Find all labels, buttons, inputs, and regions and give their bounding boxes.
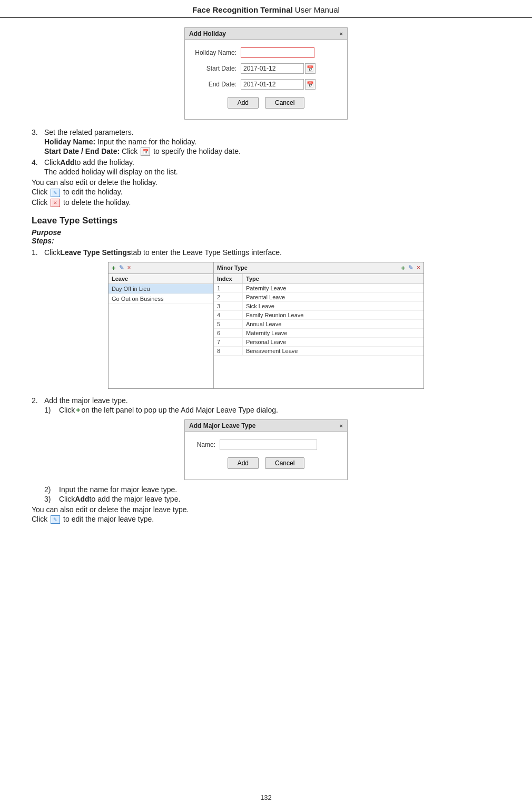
click-edit-line: Click ✎ to edit the holiday.: [32, 188, 500, 197]
right-row-3: 3 Sick Leave: [214, 302, 423, 311]
major-dialog-title: Add Major Leave Type: [189, 422, 255, 429]
left-edit-icon[interactable]: ✎: [119, 264, 124, 271]
calendar-icon: 📅: [141, 148, 150, 156]
step-4-add-bold: Add: [60, 158, 74, 167]
holiday-name-desc: Holiday Name: Input the name for the hol…: [44, 138, 500, 146]
cell-type-4: Family Reunion Leave: [243, 311, 423, 319]
sub-step-2: 2) Input the name for major leave type.: [44, 485, 500, 494]
close-icon[interactable]: ×: [340, 31, 343, 37]
holiday-name-row: Holiday Name:: [193, 47, 339, 58]
sub-step-2-number: 2): [44, 485, 59, 494]
start-date-label: Start Date:: [193, 65, 241, 72]
page-header: Face Recognition Terminal User Manual: [0, 0, 532, 18]
click-major-edit-pre: Click: [32, 515, 50, 523]
start-end-desc: Start Date / End Date: Click 📅 to specif…: [44, 147, 500, 156]
section-heading: Leave Type Settings: [32, 216, 500, 226]
start-end-bold: Start Date / End Date:: [44, 147, 120, 155]
leave-step-1-pre: Click: [44, 248, 60, 257]
right-delete-icon[interactable]: ×: [417, 264, 420, 271]
right-row-8: 8 Bereavement Leave: [214, 347, 423, 356]
leave-step-1-post: tab to enter the Leave Type Settings int…: [131, 248, 282, 257]
click-major-edit-post: to edit the major leave type.: [61, 515, 154, 523]
header-title-bold: Face Recognition Terminal: [192, 5, 293, 14]
col-type-header: Type: [243, 274, 423, 283]
right-panel-header: Index Type: [214, 274, 423, 284]
dialog-title: Add Holiday: [189, 30, 226, 37]
add-holiday-button[interactable]: Add: [228, 97, 259, 109]
leave-right-panel: Minor Type + ✎ × Index Type 1 Paternity: [214, 262, 423, 388]
cell-type-7: Personal Leave: [243, 338, 423, 346]
click-edit-pre: Click: [32, 188, 50, 196]
cell-type-5: Annual Leave: [243, 320, 423, 328]
sub-step-3-pre: Click: [59, 495, 75, 503]
page-footer: 132: [0, 787, 532, 807]
holiday-name-bold: Holiday Name:: [44, 138, 95, 146]
right-panel-title-label: Minor Type: [217, 265, 398, 271]
left-add-icon[interactable]: +: [112, 264, 116, 272]
cell-index-4: 4: [214, 311, 243, 319]
sub-step-1-number: 1): [44, 406, 59, 414]
leave-step-2-text: Add the major leave type.: [44, 396, 128, 405]
right-edit-icon[interactable]: ✎: [408, 264, 413, 271]
right-add-icon[interactable]: +: [401, 264, 405, 272]
holiday-name-input[interactable]: [241, 47, 314, 58]
step-4-indent: The added holiday will display on the li…: [44, 168, 500, 176]
leave-step-2: 2. Add the major leave type.: [32, 396, 500, 405]
sub-step-1-post: on the left panel to pop up the Add Majo…: [82, 406, 278, 414]
major-close-icon[interactable]: ×: [340, 423, 343, 429]
start-end-desc2: to specify the holiday date.: [151, 147, 241, 155]
start-end-desc-text: Click: [120, 147, 140, 155]
cell-index-5: 5: [214, 320, 243, 328]
leave-type-table: + ✎ × Leave Day Off in Lieu Go Out on Bu…: [108, 262, 424, 389]
end-date-row: End Date: 2017-01-12 📅: [193, 79, 339, 90]
major-dialog-buttons: Add Cancel: [193, 457, 339, 474]
leave-step-2-number: 2.: [32, 396, 44, 405]
dialog-titlebar: Add Holiday ×: [185, 28, 347, 40]
major-name-label: Name:: [193, 441, 220, 448]
step-3-text: Set the related parameters.: [44, 128, 134, 136]
leave-step-1-number: 1.: [32, 248, 44, 257]
leave-step-1-bold: Leave Type Settings: [60, 248, 131, 257]
leave-left-panel: + ✎ × Leave Day Off in Lieu Go Out on Bu…: [109, 262, 214, 388]
sub-step-3: 3) Click Add to add the major leave type…: [44, 495, 500, 503]
click-delete-line: Click ✕ to delete the holiday.: [32, 198, 500, 207]
click-delete-pre: Click: [32, 198, 50, 207]
sub-step-3-number: 3): [44, 495, 59, 503]
right-row-1: 1 Paternity Leave: [214, 284, 423, 293]
end-date-label: End Date:: [193, 81, 241, 88]
holiday-name-label: Holiday Name:: [193, 49, 241, 56]
step-3-number: 3.: [32, 128, 44, 136]
cancel-holiday-button[interactable]: Cancel: [265, 97, 304, 109]
add-holiday-dialog: Add Holiday × Holiday Name: Start Date: …: [184, 27, 348, 120]
col-index-header: Index: [214, 274, 243, 283]
add-major-button[interactable]: Add: [228, 457, 259, 469]
left-panel-toolbar: + ✎ ×: [109, 262, 213, 274]
left-panel-empty: [109, 304, 213, 388]
cancel-major-button[interactable]: Cancel: [265, 457, 304, 469]
left-delete-icon[interactable]: ×: [127, 264, 131, 271]
cell-index-8: 8: [214, 347, 243, 355]
left-col-header: Leave: [109, 274, 213, 284]
page-number: 132: [260, 794, 272, 801]
end-date-calendar-icon[interactable]: 📅: [305, 79, 316, 90]
right-minor-toolbar: + ✎ ×: [401, 264, 420, 272]
major-name-row: Name:: [193, 439, 339, 450]
major-dialog-titlebar: Add Major Leave Type ×: [185, 420, 347, 432]
delete-icon: ✕: [51, 199, 60, 207]
left-row-2[interactable]: Go Out on Business: [109, 294, 213, 304]
steps-label: Steps:: [32, 237, 500, 245]
sub-step-3-post: to add the major leave type.: [90, 495, 181, 503]
click-edit-post: to edit the holiday.: [61, 188, 122, 196]
purpose-label: Purpose: [32, 228, 500, 237]
step-4: 4. Click Add to add the holiday.: [32, 158, 500, 167]
click-delete-post: to delete the holiday.: [61, 198, 131, 207]
cell-index-2: 2: [214, 293, 243, 301]
cell-index-7: 7: [214, 338, 243, 346]
add-holiday-dialog-screenshot: Add Holiday × Holiday Name: Start Date: …: [32, 27, 500, 120]
sub-step-3-bold: Add: [75, 495, 89, 503]
left-row-1[interactable]: Day Off in Lieu: [109, 284, 213, 294]
major-name-input[interactable]: [220, 439, 317, 450]
leave-type-table-screenshot: + ✎ × Leave Day Off in Lieu Go Out on Bu…: [32, 262, 500, 389]
right-row-6: 6 Maternity Leave: [214, 329, 423, 338]
start-date-calendar-icon[interactable]: 📅: [305, 63, 316, 74]
